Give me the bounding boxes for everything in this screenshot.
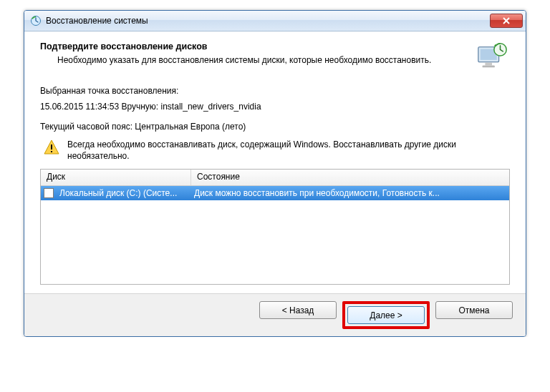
monitor-restore-icon <box>476 40 508 73</box>
page-description: Необходимо указать для восстановления си… <box>57 54 470 66</box>
svg-rect-8 <box>51 144 52 150</box>
titlebar: Восстановление системы <box>24 11 526 31</box>
column-header-disk[interactable]: Диск <box>41 170 191 185</box>
back-button[interactable]: < Назад <box>259 301 337 319</box>
svg-rect-6 <box>483 65 495 67</box>
timezone-text: Текущий часовой пояс: Центральная Европа… <box>40 122 510 132</box>
warning-icon <box>43 139 60 156</box>
row-checkbox[interactable] <box>41 188 57 198</box>
row-disk-status: Диск можно восстановить при необходимост… <box>191 188 509 198</box>
content-area: Подтвердите восстановление дисков Необхо… <box>24 31 526 293</box>
warning-box: Всегда необходимо восстанавливать диск, … <box>40 139 510 162</box>
close-icon <box>502 17 511 24</box>
system-restore-window: Восстановление системы Подтвердите восст… <box>24 10 526 337</box>
table-row[interactable]: Локальный диск (C:) (Систе... Диск можно… <box>41 186 509 200</box>
row-disk-name: Локальный диск (C:) (Систе... <box>57 188 191 198</box>
column-header-status[interactable]: Состояние <box>191 170 509 185</box>
svg-rect-9 <box>51 151 52 152</box>
svg-rect-5 <box>485 63 492 66</box>
table-header: Диск Состояние <box>41 170 509 186</box>
highlight-ring: Далее > <box>342 301 430 329</box>
warning-text: Всегда необходимо восстанавливать диск, … <box>67 139 507 162</box>
restore-point-value: 15.06.2015 11:34:53 Вручную: install_new… <box>40 102 510 112</box>
footer: < Назад Далее > Отмена <box>24 293 526 336</box>
restore-point-label: Выбранная точка восстановления: <box>40 86 510 96</box>
disks-table: Диск Состояние Локальный диск (C:) (Сист… <box>40 169 510 285</box>
cancel-button[interactable]: Отмена <box>435 301 513 319</box>
page-title: Подтвердите восстановление дисков <box>40 41 470 52</box>
restore-icon <box>30 15 42 26</box>
next-button[interactable]: Далее > <box>347 306 425 324</box>
close-button[interactable] <box>490 14 523 28</box>
window-title: Восстановление системы <box>46 16 490 26</box>
